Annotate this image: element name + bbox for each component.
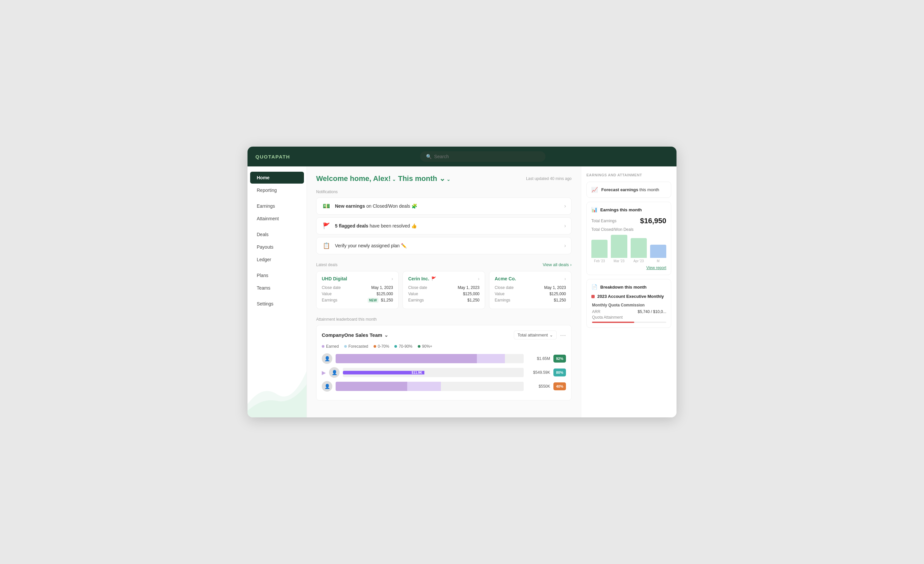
deal-card-uhd: UHD Digital › Close date May 1, 2023 Val… — [316, 271, 399, 309]
value-label: Value — [322, 292, 332, 296]
deal-value-3: $125,000 — [549, 292, 566, 296]
bar-row-3: 👤 $550K 40% — [322, 381, 566, 392]
bar-pct-2: 80% — [554, 368, 566, 376]
search-input[interactable] — [434, 154, 540, 159]
legend-earned: Earned — [322, 344, 339, 349]
deal-earnings-3: $1,250 — [554, 298, 566, 302]
breakdown-title: 📄 Breakdown this month — [591, 284, 666, 290]
flag-icon: 🚩 — [431, 277, 436, 281]
more-options-icon[interactable]: ⋯ — [560, 331, 566, 339]
earned-dot — [322, 345, 324, 348]
chart-bar-apr: Apr '23 — [631, 238, 647, 263]
sidebar: Home Reporting Earnings Attainment Deals… — [248, 167, 307, 417]
notification-item-plan[interactable]: 📋 Verify your newly assigned plan ✏️ › — [316, 237, 572, 254]
legend-forecasted: Forecasted — [344, 344, 368, 349]
deal-card-cerin: Cerin Inc. 🚩 › Close date May 1, 2023 Va… — [403, 271, 485, 309]
sidebar-item-ledger[interactable]: Ledger — [250, 254, 304, 266]
notif-text-plan: Verify your newly assigned plan ✏️ — [335, 243, 560, 248]
bar-container-1 — [336, 354, 524, 363]
deal-name-cerin[interactable]: Cerin Inc. 🚩 — [408, 276, 436, 281]
app-frame: QUOTAPATH 🔍 Home Reporting Earnings Atta… — [248, 147, 676, 417]
commission-section: Monthly Quota Commission ARR $5,740 / $1… — [591, 303, 666, 323]
period-selector[interactable]: This month ⌄ — [398, 174, 450, 183]
90plus-dot — [418, 345, 420, 348]
leaderboard-controls: Total attainment ⌄ ⋯ — [514, 331, 566, 340]
deal-name-acme[interactable]: Acme Co. — [495, 276, 516, 281]
bar-container-3 — [336, 382, 524, 391]
legend-90plus: 90%+ — [418, 344, 432, 349]
sidebar-item-payouts[interactable]: Payouts — [250, 241, 304, 253]
last-updated: Last updated 40 mins ago — [526, 176, 572, 181]
bar-amount-1: $1.65M — [527, 356, 550, 361]
notification-item-flagged[interactable]: 🚩 5 flagged deals have been resolved 👍 › — [316, 217, 572, 235]
legend: Earned Forecasted 0-70% 70-90% — [322, 344, 566, 349]
arr-row: ARR $5,740 / $10,0... — [592, 310, 666, 314]
team-selector[interactable]: CompanyOne Sales Team ⌄ — [322, 332, 388, 338]
notification-list: 💵 New earnings on Closed/Won deals 🧩 › 🚩… — [316, 197, 572, 254]
legend-70-90: 70-90% — [394, 344, 412, 349]
logo: QUOTAPATH — [255, 154, 290, 159]
deal-earnings-2: $1,250 — [467, 298, 480, 302]
forecast-text: Forecast earnings this month — [601, 187, 659, 192]
sidebar-item-settings[interactable]: Settings — [250, 298, 304, 310]
notif-text-flagged: 5 flagged deals have been resolved 👍 — [335, 223, 560, 229]
breakdown-icon: 📄 — [591, 284, 598, 290]
forecast-earnings-button[interactable]: 📈 Forecast earnings this month — [586, 182, 671, 198]
0-70-label: 0-70% — [378, 344, 389, 349]
avatar-2: 👤 — [329, 367, 340, 378]
commission-title: Monthly Quota Commission — [592, 303, 666, 307]
bar-container-2: $11.9K — [343, 368, 524, 377]
view-all-deals-link[interactable]: View all deals › — [543, 262, 572, 267]
sidebar-item-reporting[interactable]: Reporting — [250, 184, 304, 196]
deal-earnings: NEW $1,250 — [368, 298, 393, 302]
search-icon: 🔍 — [426, 154, 432, 159]
total-earnings-amount: $16,950 — [640, 217, 666, 225]
sidebar-item-attainment[interactable]: Attainment — [250, 213, 304, 224]
bar-feb — [591, 240, 608, 258]
sidebar-item-teams[interactable]: Teams — [250, 282, 304, 294]
sidebar-item-plans[interactable]: Plans — [250, 269, 304, 281]
arr-label: ARR — [592, 310, 600, 314]
breakdown-plan: 2023 Account Executive Monthly — [591, 294, 666, 299]
arr-value: $5,740 / $10,0... — [638, 310, 666, 314]
0-70-dot — [374, 345, 376, 348]
notification-item[interactable]: 💵 New earnings on Closed/Won deals 🧩 › — [316, 197, 572, 215]
search-bar[interactable]: 🔍 — [420, 151, 546, 162]
avatar-1: 👤 — [322, 353, 332, 364]
attainment-chevron-icon: ⌄ — [549, 332, 553, 337]
bar-mar — [611, 235, 627, 258]
sidebar-item-home[interactable]: Home — [250, 172, 304, 183]
deal-name-uhd[interactable]: UHD Digital — [322, 276, 347, 281]
deal-chevron-icon-2: › — [478, 276, 480, 281]
bar-apr — [631, 238, 647, 258]
attainment-selector[interactable]: Total attainment ⌄ — [514, 331, 557, 340]
bar-amount-2: $549.59K — [527, 370, 550, 375]
closed-won-label: Total Closed/Won Deals — [591, 227, 666, 232]
close-date-label-2: Close date — [408, 285, 427, 290]
avatar-3: 👤 — [322, 381, 332, 392]
quota-bar-fill — [592, 322, 634, 323]
70-90-label: 70-90% — [399, 344, 412, 349]
total-earnings-label: Total Earnings — [591, 219, 616, 223]
quota-attainment-label: Quota Attainment — [592, 315, 623, 320]
new-badge: NEW — [368, 298, 378, 303]
sidebar-item-earnings[interactable]: Earnings — [250, 200, 304, 212]
team-chevron-icon: ⌄ — [384, 332, 388, 338]
deals-label: Latest deals — [316, 263, 338, 267]
view-report-link[interactable]: View report — [591, 266, 666, 270]
bar-chart-icon: 📊 — [591, 207, 598, 213]
deals-section-header: Latest deals View all deals › — [316, 262, 572, 267]
earnings-box-title: 📊 Earnings this month — [591, 207, 666, 213]
page-title: Welcome home, Alex! This month ⌄ — [316, 174, 450, 183]
notifications-label: Notifications — [316, 190, 572, 194]
chart-bar-feb: Feb '23 — [591, 240, 608, 263]
sidebar-item-deals[interactable]: Deals — [250, 229, 304, 241]
earnings-label: Earnings — [322, 298, 337, 302]
deal-card-acme: Acme Co. › Close date May 1, 2023 Value … — [489, 271, 572, 309]
close-date-label-3: Close date — [495, 285, 513, 290]
earnings-label-3: Earnings — [495, 298, 510, 302]
bar-pct-1: 92% — [554, 355, 566, 362]
earnings-notif-icon: 💵 — [322, 202, 331, 210]
chart-bar-mar: Mar '23 — [611, 235, 627, 263]
forecasted-dot — [344, 345, 347, 348]
